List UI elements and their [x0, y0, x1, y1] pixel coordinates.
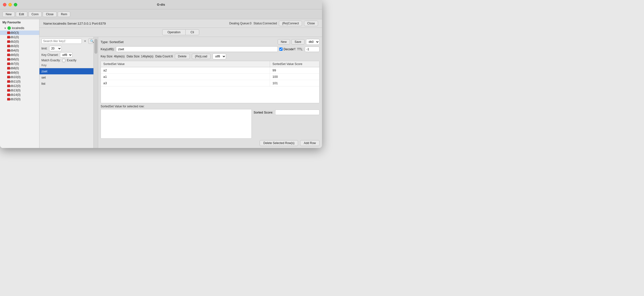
- db-icon: [7, 84, 10, 88]
- meta-row: Key Size: 4byte(s) Data Size: 14byte(s) …: [100, 53, 320, 59]
- bottom-buttons: Delete Selected Row(s) Add Row: [100, 140, 320, 146]
- sidebar-db-item[interactable]: db4(0): [0, 48, 39, 53]
- key-value-input[interactable]: [116, 46, 278, 52]
- sidebar-db-item[interactable]: db13(0): [0, 88, 39, 93]
- table-row[interactable]: a1 100: [101, 74, 319, 80]
- svg-rect-19: [8, 50, 10, 50]
- tab-operation[interactable]: Operation: [162, 29, 186, 35]
- reload-button[interactable]: (Re)Load: [192, 54, 210, 59]
- svg-rect-33: [8, 67, 8, 67]
- ttl-input[interactable]: [305, 46, 320, 52]
- key-item[interactable]: zset: [40, 68, 94, 74]
- charset-select[interactable]: utf8: [60, 52, 72, 58]
- charset-row: Key Charset: utf8: [40, 52, 94, 58]
- conn-button[interactable]: Conn: [28, 11, 42, 17]
- svg-rect-63: [8, 99, 10, 99]
- connection-actions: Dealing Queue:0 Status:Connected (Re)Con…: [229, 21, 318, 26]
- svg-rect-32: [7, 67, 10, 69]
- tab-cli[interactable]: Cli: [186, 29, 199, 35]
- sidebar-db-item[interactable]: db1(0): [0, 35, 39, 39]
- sidebar-db-item[interactable]: db7(0): [0, 61, 39, 66]
- decode-checkbox[interactable]: [279, 47, 282, 51]
- db-label: db11(0): [10, 80, 20, 83]
- limit-select[interactable]: 20 50 100: [49, 46, 62, 51]
- close-traffic-light[interactable]: [3, 3, 6, 6]
- db-icon: [7, 44, 10, 48]
- svg-rect-34: [9, 67, 10, 67]
- sidebar-db-item[interactable]: db2(0): [0, 39, 39, 44]
- svg-rect-50: [9, 84, 10, 85]
- data-new-button[interactable]: New: [278, 39, 290, 44]
- rem-button[interactable]: Rem: [58, 11, 70, 17]
- maximize-traffic-light[interactable]: [14, 3, 17, 6]
- titlebar: G-dis: [0, 0, 322, 9]
- new-button[interactable]: New: [2, 11, 15, 17]
- svg-rect-42: [9, 76, 10, 76]
- search-clear-icon[interactable]: ✕: [83, 39, 87, 43]
- svg-rect-10: [9, 40, 10, 41]
- limit-row: limit: 20 50 100: [40, 45, 94, 52]
- sidebar-db-item[interactable]: db10(0): [0, 75, 39, 79]
- score-area: Sorted Score:: [254, 105, 320, 139]
- svg-rect-30: [9, 62, 10, 63]
- delete-selected-button[interactable]: Delete Selected Row(s): [260, 140, 298, 146]
- sidebar-db-item[interactable]: db8(0): [0, 66, 39, 70]
- search-input[interactable]: [42, 38, 82, 44]
- sidebar-db-item[interactable]: db14(0): [0, 93, 39, 97]
- connection-close-button[interactable]: Close: [304, 21, 318, 26]
- delete-button[interactable]: Delete: [175, 54, 190, 59]
- server-expand-arrow: ▼: [4, 27, 6, 29]
- table-rows: a2 99a1 100a3 101: [101, 67, 319, 86]
- encoding-select[interactable]: utf8: [212, 53, 226, 59]
- server-name: localredis: [12, 26, 24, 30]
- sidebar-db-item[interactable]: db6(0): [0, 57, 39, 61]
- db-icon: [7, 49, 10, 52]
- sidebar-db-item[interactable]: db9(0): [0, 70, 39, 75]
- db-label: db12(0): [10, 84, 20, 88]
- scroll-thumb[interactable]: [94, 39, 98, 54]
- sidebar-db-item[interactable]: db5(0): [0, 53, 39, 57]
- sidebar-db-item[interactable]: db15(0): [0, 97, 39, 101]
- connection-bar: Name:localredis Server:127.0.0.1 Port:63…: [40, 19, 322, 28]
- svg-rect-8: [7, 41, 10, 43]
- data-size-label: Data Size: 14byte(s): [126, 55, 153, 58]
- svg-rect-48: [7, 85, 10, 87]
- value-textarea[interactable]: [100, 109, 252, 139]
- reconnect-button[interactable]: (Re)Connect: [279, 21, 302, 26]
- db-icon: [7, 93, 10, 96]
- key-utf8-label: Key(utf8):: [100, 47, 114, 51]
- edit-button[interactable]: Edit: [16, 11, 27, 17]
- table-header: SortedSet Value SortedSet Value Score: [101, 61, 319, 67]
- db-label: db4(0): [10, 49, 19, 52]
- table-cell-score: 99: [270, 67, 319, 73]
- sidebar-db-item[interactable]: db11(0): [0, 79, 39, 84]
- score-input[interactable]: [275, 110, 320, 115]
- table-row[interactable]: a3 101: [101, 80, 319, 86]
- db-select[interactable]: db0: [306, 39, 320, 45]
- tab-bar: Operation Cli: [40, 28, 322, 37]
- sidebar-server[interactable]: ▼ localredis: [0, 26, 39, 30]
- sidebar-db-item[interactable]: db3(0): [0, 44, 39, 48]
- traffic-lights: [3, 3, 17, 6]
- minimize-traffic-light[interactable]: [8, 3, 12, 6]
- sidebar-db-item[interactable]: db0(3): [0, 30, 39, 35]
- sidebar-db-item[interactable]: db12(0): [0, 84, 39, 88]
- svg-rect-5: [8, 36, 8, 36]
- add-row-button[interactable]: Add Row: [300, 140, 320, 146]
- svg-rect-35: [8, 68, 10, 68]
- key-item[interactable]: list: [40, 80, 94, 87]
- exactly-label: Exactly: [67, 59, 76, 62]
- svg-rect-62: [9, 98, 10, 98]
- exactly-checkbox[interactable]: [62, 59, 65, 62]
- db-label: db6(0): [10, 58, 19, 61]
- match-row: Match Exactly: Exactly: [40, 58, 94, 62]
- table-row[interactable]: a2 99: [101, 67, 319, 74]
- key-item[interactable]: set: [40, 74, 94, 80]
- bottom-area: SortedSet Value for selected row: Sorted…: [100, 105, 320, 139]
- content-area: Name:localredis Server:127.0.0.1 Port:63…: [40, 19, 322, 148]
- table-cell-value: a2: [101, 67, 270, 73]
- svg-rect-18: [9, 49, 10, 50]
- data-save-button[interactable]: Save: [292, 39, 304, 44]
- close-button[interactable]: Close: [43, 11, 57, 17]
- svg-rect-11: [8, 41, 10, 42]
